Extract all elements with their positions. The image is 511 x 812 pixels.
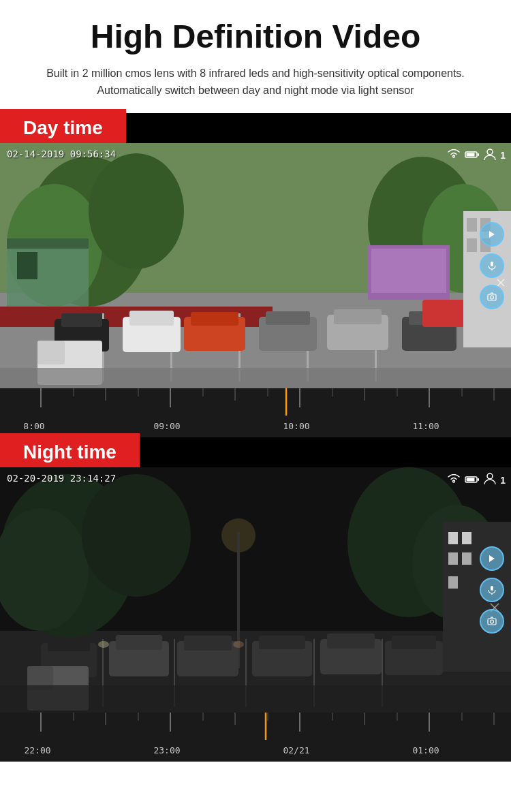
wifi-icon — [447, 149, 461, 161]
day-cam-controls[interactable] — [480, 222, 504, 309]
svg-point-113 — [487, 473, 493, 479]
svg-text:8:00: 8:00 — [23, 421, 44, 431]
night-camera-feed: 02-20-2019 23:14:27 1 — [0, 467, 511, 713]
svg-point-44 — [487, 149, 493, 155]
day-cam-top-icons: 1 — [447, 149, 506, 163]
svg-rect-111 — [467, 478, 475, 481]
mic-btn[interactable] — [480, 253, 504, 278]
night-user-icon — [484, 473, 496, 488]
svg-rect-42 — [467, 153, 475, 156]
svg-rect-43 — [478, 153, 479, 156]
svg-marker-114 — [489, 555, 495, 562]
night-timeline: 22:00 23:00 02/21 01:00 — [0, 713, 511, 762]
night-cam-controls[interactable] — [480, 546, 504, 634]
night-cam-number: 1 — [500, 475, 506, 486]
day-timeline: 8:00 09:00 10:00 11:00 — [0, 388, 511, 437]
night-section: Night time — [0, 437, 511, 762]
day-label-row: Day time — [0, 113, 511, 143]
battery-icon — [465, 151, 480, 161]
night-battery-icon — [465, 474, 480, 486]
svg-rect-117 — [488, 619, 496, 625]
svg-rect-48 — [488, 294, 496, 300]
svg-text:22:00: 22:00 — [24, 745, 50, 755]
svg-text:02/21: 02/21 — [283, 745, 309, 755]
svg-text:11:00: 11:00 — [412, 421, 439, 431]
day-camera-feed: 02-14-2019 09:56:34 1 — [0, 143, 511, 388]
svg-rect-115 — [491, 586, 493, 591]
night-label-row: Night time — [0, 437, 511, 467]
page-title: High Definition Video — [20, 19, 491, 55]
day-cam-overlay: 02-14-2019 09:56:34 1 — [0, 143, 511, 388]
night-snapshot-btn[interactable] — [480, 609, 504, 634]
page-subtitle: Built in 2 million cmos lens with 8 infr… — [24, 65, 487, 99]
night-mic-btn[interactable] — [480, 578, 504, 602]
night-label-bar: Night time — [0, 433, 140, 471]
night-label: Night time — [11, 437, 129, 467]
svg-text:01:00: 01:00 — [412, 745, 439, 755]
svg-text:10:00: 10:00 — [283, 421, 309, 431]
svg-text:23:00: 23:00 — [153, 745, 180, 755]
day-section: Day time — [0, 113, 511, 437]
night-timeline-svg: 22:00 23:00 02/21 01:00 — [0, 713, 511, 762]
day-timeline-svg: 8:00 09:00 10:00 11:00 — [0, 388, 511, 437]
video-btn[interactable] — [480, 222, 504, 247]
svg-text:09:00: 09:00 — [153, 421, 180, 431]
night-timestamp: 02-20-2019 23:14:27 — [7, 473, 116, 484]
svg-rect-46 — [491, 262, 493, 266]
user-icon — [484, 149, 496, 163]
night-cam-overlay: 02-20-2019 23:14:27 1 — [0, 467, 511, 713]
svg-marker-45 — [489, 231, 495, 238]
svg-point-118 — [491, 620, 494, 623]
day-label: Day time — [11, 113, 115, 143]
snapshot-btn[interactable] — [480, 285, 504, 309]
night-cam-top-icons: 1 — [447, 473, 506, 488]
cam-number: 1 — [500, 150, 506, 161]
day-label-bar: Day time — [0, 109, 126, 147]
night-video-btn[interactable] — [480, 546, 504, 571]
day-timestamp: 02-14-2019 09:56:34 — [7, 149, 116, 159]
svg-point-49 — [491, 296, 494, 299]
svg-rect-112 — [478, 478, 479, 481]
header: High Definition Video Built in 2 million… — [0, 0, 511, 113]
night-wifi-icon — [447, 474, 461, 486]
